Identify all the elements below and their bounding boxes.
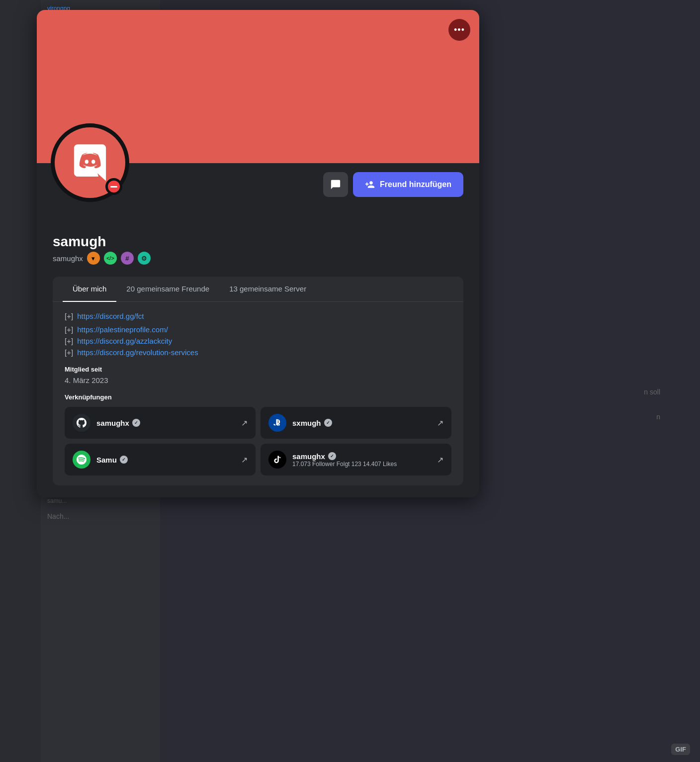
playstation-info: sxmugh ✓ [292, 419, 332, 427]
badge-teal: ⚙ [138, 252, 151, 265]
connection-spotify[interactable]: Samu ✓ ↗ [65, 444, 256, 476]
github-icon [73, 414, 90, 432]
bg-right-2: n [656, 413, 660, 421]
add-friend-icon [365, 180, 375, 190]
username-text: samughx [53, 254, 83, 263]
github-info: samughx ✓ [96, 419, 140, 427]
tabs-header: Über mich 20 gemeinsame Freunde 13 gemei… [53, 277, 463, 302]
tiktok-external-link-icon: ↗ [437, 455, 443, 465]
tiktok-info: samughx ✓ 17.073 Follower Folgt 123 14.4… [292, 452, 397, 468]
tiktok-verified: ✓ [328, 452, 336, 460]
display-name: samugh [53, 234, 463, 250]
message-icon [330, 179, 341, 190]
bio-line-1: [+] https://discord.gg/fct [65, 312, 451, 320]
connection-github[interactable]: samughx ✓ ↗ [65, 407, 256, 439]
spotify-name: Samu ✓ [96, 456, 128, 464]
playstation-name: sxmugh ✓ [292, 419, 332, 427]
gif-button[interactable]: GIF [671, 744, 690, 755]
bio-line-3: [+] https://discord.gg/azzlackcity [65, 337, 451, 345]
connection-playstation[interactable]: sxmugh ✓ ↗ [261, 407, 451, 439]
tiktok-sub: 17.073 Follower Folgt 123 14.407 Likes [292, 461, 397, 468]
tiktok-name: samughx ✓ [292, 452, 397, 461]
connection-tiktok-left: samughx ✓ 17.073 Follower Folgt 123 14.4… [268, 451, 397, 469]
bio-links-group: [+] https://palestineprofile.com/ [+] ht… [65, 325, 451, 357]
tabs-content: [+] https://discord.gg/fct [+] https://p… [53, 302, 463, 485]
spotify-info: Samu ✓ [96, 456, 128, 464]
tabs-section: Über mich 20 gemeinsame Freunde 13 gemei… [53, 277, 463, 485]
badge-green: </> [104, 252, 117, 265]
avatar-wrapper [51, 123, 129, 202]
connections-section: Verknüpfungen [65, 393, 451, 476]
bio-section: [+] https://discord.gg/fct [+] https://p… [65, 312, 451, 357]
github-verified: ✓ [132, 419, 140, 427]
avatar-ring [51, 123, 129, 202]
badge-orange: ▾ [87, 252, 100, 265]
playstation-verified: ✓ [324, 419, 332, 427]
bio-line-4: [+] https://discord.gg/revolution-servic… [65, 348, 451, 357]
spotify-external-link-icon: ↗ [241, 455, 248, 465]
bg-right-1: n soll [644, 388, 660, 396]
connections-label: Verknüpfungen [65, 393, 451, 401]
tab-servers[interactable]: 13 gemeinsame Server [219, 277, 316, 302]
spotify-verified: ✓ [120, 456, 128, 464]
connection-tiktok[interactable]: samughx ✓ 17.073 Follower Folgt 123 14.4… [261, 444, 451, 476]
avatar-icon [68, 140, 112, 185]
tiktok-icon [268, 451, 286, 469]
connections-grid: samughx ✓ ↗ [65, 407, 451, 476]
more-options-button[interactable]: ••• [448, 19, 470, 41]
username-row: samughx ▾ </> # ⚙ [53, 252, 463, 265]
message-button[interactable] [323, 172, 348, 197]
github-external-link-icon: ↗ [241, 418, 248, 428]
bio-link-4[interactable]: https://discord.gg/revolution-services [77, 348, 198, 357]
playstation-external-link-icon: ↗ [437, 418, 443, 428]
connection-playstation-left: sxmugh ✓ [268, 414, 332, 432]
bg-text-13: samu... [47, 497, 67, 504]
bio-link-3[interactable]: https://discord.gg/azzlackcity [77, 337, 172, 345]
tab-about[interactable]: Über mich [63, 277, 116, 302]
github-name: samughx ✓ [96, 419, 140, 427]
bio-link-1[interactable]: https://discord.gg/fct [77, 312, 144, 320]
username-section: samugh samughx ▾ </> # ⚙ [53, 234, 463, 267]
playstation-icon [268, 414, 286, 432]
more-options-icon: ••• [454, 25, 465, 35]
tab-friends[interactable]: 20 gemeinsame Freunde [116, 277, 219, 302]
connection-spotify-left: Samu ✓ [73, 451, 128, 469]
badge-purple: # [121, 252, 134, 265]
connection-github-left: samughx ✓ [73, 414, 140, 432]
bg-text-14: Nach... [47, 512, 69, 520]
status-badge [105, 178, 122, 195]
spotify-icon [73, 451, 90, 469]
member-since-value: 4. März 2023 [65, 376, 451, 384]
profile-card: ••• [37, 10, 479, 497]
profile-body: Freund hinzufügen samugh samughx ▾ </> #… [37, 163, 479, 497]
bio-link-2[interactable]: https://palestineprofile.com/ [77, 325, 168, 334]
member-since-label: Mitglied seit [65, 366, 451, 373]
bio-line-2: [+] https://palestineprofile.com/ [65, 325, 451, 334]
member-since-section: Mitglied seit 4. März 2023 [65, 366, 451, 384]
add-friend-label: Freund hinzufügen [380, 180, 451, 189]
add-friend-button[interactable]: Freund hinzufügen [353, 172, 463, 197]
